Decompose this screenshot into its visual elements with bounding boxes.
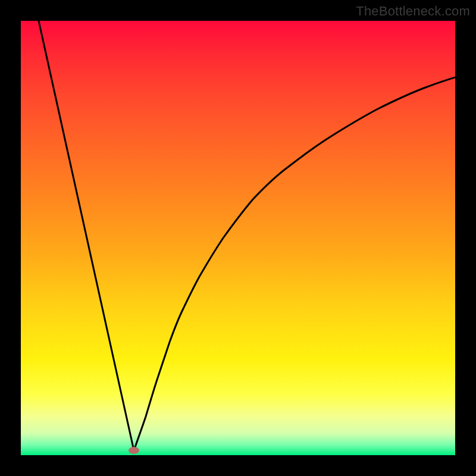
plot-area <box>21 21 455 455</box>
line-curve <box>21 21 455 455</box>
curve-right-branch <box>134 77 455 450</box>
curve-left-branch <box>39 21 134 450</box>
watermark-label: TheBottleneck.com <box>356 4 470 19</box>
minimum-dot <box>129 447 139 454</box>
chart-frame: TheBottleneck.com <box>0 0 476 476</box>
